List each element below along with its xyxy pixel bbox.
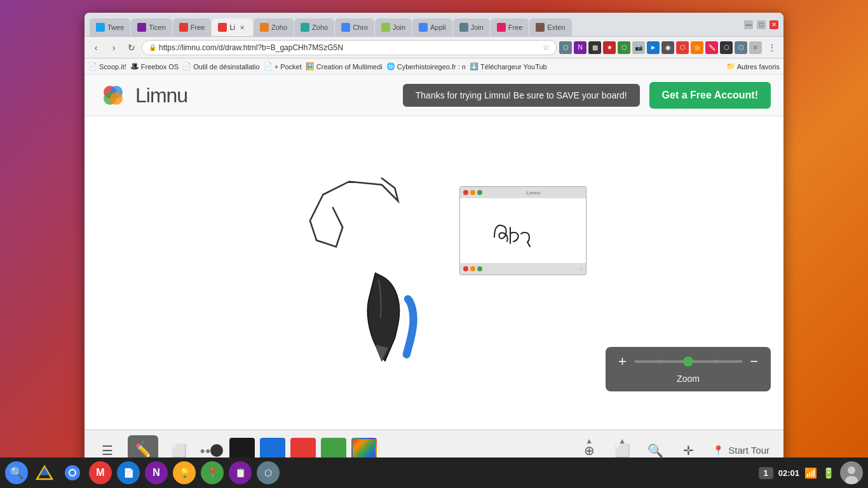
zoom-control: + − Zoom [606,347,771,391]
mini-wb-close [463,190,468,195]
tab-bar: Twee Ticen Free Li ✕ Zoho Zoho [90,13,739,36]
browser-extensions: ⬡ N ▦ ★ ⬡ 📷 ► ◉ ⬡ ◎ ✏️ ⬡ ⬡ ≡ [559,41,762,54]
minimize-button[interactable]: — [744,20,753,29]
battery-icon: 🔋 [822,467,835,479]
tab-free[interactable]: Free [173,18,212,36]
mini-whiteboard: Limnu ○ [459,186,587,275]
ext-icon-14[interactable]: ≡ [749,41,762,54]
start-tour-button[interactable]: 📍 Start Tour [706,441,776,460]
ext-icon-11[interactable]: ✏️ [705,41,718,54]
zoom-track[interactable] [634,360,742,363]
pen-chevron-icon: ▲ [139,437,147,445]
get-account-button[interactable]: Get a Free Account! [649,82,771,109]
tab-free2[interactable]: Free [491,18,529,36]
bookmark-star-icon[interactable]: ☆ [543,43,550,52]
ext-icon-1[interactable]: ⬡ [559,41,572,54]
taskbar-time: 02:01 [778,468,799,478]
forward-button[interactable]: › [106,40,121,55]
bookmark-ytdl[interactable]: ⬇️ Téléchargeur YouTub [470,62,547,71]
ext-icon-10[interactable]: ◎ [691,41,703,54]
taskbar-avatar[interactable] [840,461,863,484]
limnu-logo-icon [97,79,129,111]
tab-icon-li [218,23,227,32]
tab-icon-appli [419,23,428,32]
tab-label-zoho1: Zoho [271,24,287,31]
wifi-icon: 📶 [804,467,817,479]
bookmark-autres[interactable]: 📁 Autres favoris [726,62,780,71]
ext-icon-3[interactable]: ▦ [588,41,601,54]
bookmark-label-ytdl: Téléchargeur YouTub [480,63,547,71]
ext-icon-5[interactable]: ⬡ [618,41,630,54]
zoom-label: Zoom [677,374,700,384]
tab-zoho2[interactable]: Zoho [294,18,334,36]
ext-icon-13[interactable]: ⬡ [735,41,747,54]
address-text: https://limnu.com/d/draw.html?b=B_gapCHh… [159,43,540,52]
tab-join1[interactable]: Join [375,18,412,36]
taskbar-forms[interactable]: 📋 [229,461,252,484]
menu-button[interactable]: ⋮ [764,40,780,55]
tab-label-join1: Join [393,24,405,31]
tab-zoho1[interactable]: Zoho [254,18,294,36]
tab-icon-twee [96,23,105,32]
tab-twee[interactable]: Twee [90,18,130,36]
limnu-header: Limnu Thanks for trying Limnu! Be sure t… [85,75,783,116]
user-avatar-icon [840,461,863,484]
tab-close-li[interactable]: ✕ [238,23,247,32]
bookmark-label-freebox: Freebox OS [141,63,179,71]
taskbar-extra[interactable]: ⬡ [257,461,280,484]
maximize-button[interactable]: □ [757,20,766,29]
bookmark-outil[interactable]: 📄 Outil de désinstallatio [182,62,260,71]
taskbar-keep[interactable]: 💡 [173,461,196,484]
zoom-knob[interactable] [683,356,693,367]
ext-icon-8[interactable]: ◉ [661,41,674,54]
bookmark-label-scoop: Scoop.it! [99,63,126,71]
bookmark-label-autres: Autres favoris [737,63,780,71]
tab-label-free: Free [191,24,205,31]
bookmark-label-cyber: Cyberhistoiregeo.fr : n [397,63,466,71]
ext-icon-7[interactable]: ► [647,41,660,54]
bookmark-label-creation: Creation of Multimedi [316,63,383,71]
ext-icon-9[interactable]: ⬡ [676,41,689,54]
mini-wb-title: Limnu [527,190,541,196]
eraser-icon: ⬜ [171,443,187,458]
reload-button[interactable]: ↻ [124,40,139,55]
zoom-minus-button[interactable]: − [750,355,758,369]
taskbar-chrome[interactable] [61,461,84,484]
taskbar-docs[interactable]: 📄 [117,461,140,484]
tab-li-active[interactable]: Li ✕ [212,18,253,36]
bookmark-scoop[interactable]: 📄 Scoop.it! [88,62,126,71]
ext-icon-2[interactable]: N [574,41,587,54]
bookmark-pocket[interactable]: 📄 + Pocket [264,62,302,71]
bookmark-freebox[interactable]: 🎩 Freebox OS [130,62,179,71]
zoom-dot-right [714,360,717,363]
tab-label-free2: Free [508,24,523,31]
tab-chro1[interactable]: Chro [335,18,374,36]
bookmark-icon-cyber: 🌐 [386,62,395,71]
ext-icon-4[interactable]: ★ [603,41,616,54]
bookmark-icon-pocket: 📄 [264,62,273,71]
ext-icon-12[interactable]: ⬡ [720,41,733,54]
svg-point-10 [848,466,855,474]
mini-wb-titlebar: Limnu [460,187,586,198]
ext-icon-6[interactable]: 📷 [632,41,645,54]
taskbar-onenote[interactable]: N [145,461,168,484]
taskbar-search[interactable]: 🔍 [5,461,28,484]
zoom-plus-button[interactable]: + [618,355,627,369]
tab-exten1[interactable]: Exten [529,18,571,36]
address-field[interactable]: 🔒 https://limnu.com/d/draw.html?b=B_gapC… [142,40,557,55]
taskbar-gmail[interactable]: M [89,461,112,484]
mini-wb-footer-dot2 [470,266,475,271]
back-button[interactable]: ‹ [88,40,104,55]
tab-icon-zoho1 [260,23,269,32]
taskbar-drive[interactable] [33,461,56,484]
tab-join2[interactable]: Join [453,18,490,36]
taskbar-maps[interactable]: 📍 [201,461,224,484]
bookmark-cyber[interactable]: 🌐 Cyberhistoiregeo.fr : n [386,62,466,71]
address-bar-row: ‹ › ↻ 🔒 https://limnu.com/d/draw.html?b=… [85,37,783,58]
canvas-area[interactable]: Limnu ○ [85,116,783,430]
tab-icon-join1 [381,23,390,32]
tab-ticen[interactable]: Ticen [131,18,172,36]
bookmark-creation[interactable]: 🖼️ Creation of Multimedi [306,62,383,71]
close-button[interactable]: ✕ [770,20,778,29]
tab-appli[interactable]: Appli [412,18,452,36]
